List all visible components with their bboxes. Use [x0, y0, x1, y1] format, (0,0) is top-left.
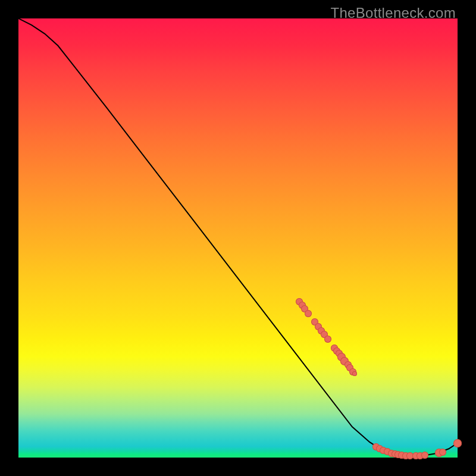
plot-gradient-background	[18, 18, 458, 458]
chart-container: TheBottleneck.com	[0, 0, 476, 476]
